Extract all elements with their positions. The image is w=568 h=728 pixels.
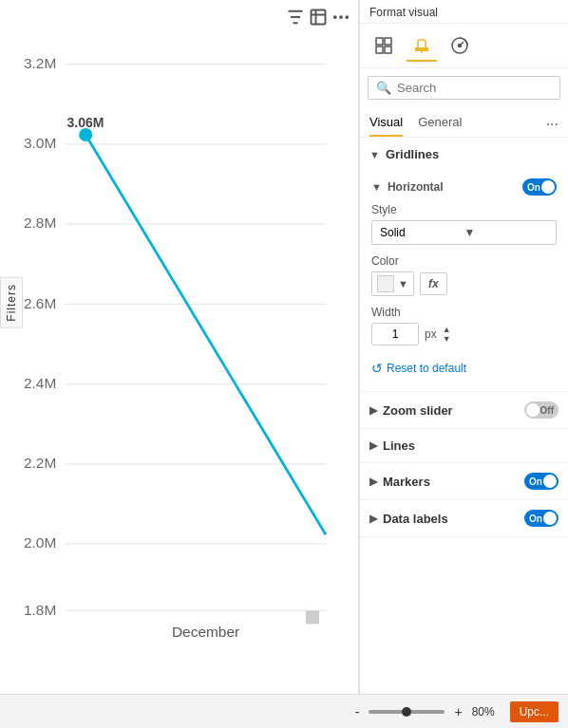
- color-swatch: [377, 275, 394, 292]
- svg-rect-27: [385, 47, 391, 53]
- zoom-thumb: [402, 707, 411, 717]
- svg-text:2.2M: 2.2M: [24, 455, 56, 471]
- format-visual-button[interactable]: [406, 29, 438, 62]
- stepper-down-icon[interactable]: ▼: [443, 335, 451, 344]
- reset-label: Reset to default: [387, 362, 466, 375]
- zoom-slider-control[interactable]: [369, 710, 445, 714]
- svg-rect-24: [376, 38, 383, 45]
- reset-to-default-button[interactable]: ↺ Reset to default: [371, 355, 557, 380]
- panel-tabs: Visual General ...: [360, 107, 568, 138]
- data-labels-label: Data labels: [383, 512, 448, 526]
- section-gridlines-header[interactable]: ▼ Gridlines: [360, 138, 568, 171]
- width-stepper[interactable]: ▲ ▼: [443, 326, 451, 344]
- chart-area: Filters 3.2M 3: [0, 0, 359, 694]
- gridlines-chevron-icon: ▼: [369, 149, 380, 160]
- zoom-slider-header[interactable]: ▶ Zoom slider Off: [360, 392, 568, 428]
- markers-toggle[interactable]: On: [524, 473, 559, 490]
- section-markers: ▶ Markers On: [360, 463, 568, 500]
- main-area: Filters 3.2M 3: [0, 0, 568, 694]
- data-view-button[interactable]: [368, 29, 400, 62]
- horizontal-toggle[interactable]: On: [522, 178, 557, 196]
- bottom-bar: - + 80% Upc...: [0, 694, 568, 728]
- style-dropdown-icon: ▼: [464, 226, 549, 239]
- svg-point-2: [339, 15, 343, 19]
- svg-rect-28: [415, 47, 428, 51]
- data-labels-chevron-icon: ▶: [369, 513, 377, 525]
- section-data-labels: ▶ Data labels On: [360, 500, 568, 537]
- search-input[interactable]: [397, 81, 557, 95]
- section-gridlines: ▼ Gridlines ▼ Horizontal On: [360, 138, 568, 392]
- width-row: px ▲ ▼: [371, 323, 557, 345]
- svg-text:2.8M: 2.8M: [24, 215, 56, 231]
- zoom-minus-button[interactable]: -: [351, 704, 364, 719]
- svg-text:3.0M: 3.0M: [24, 135, 56, 151]
- format-panel: Format visual: [359, 0, 568, 694]
- svg-text:2.6M: 2.6M: [24, 295, 56, 311]
- svg-text:3.06M: 3.06M: [67, 115, 104, 130]
- horizontal-chevron-icon: ▼: [371, 181, 382, 193]
- update-button[interactable]: Upc...: [510, 701, 559, 722]
- svg-point-3: [345, 15, 349, 19]
- svg-rect-23: [306, 610, 319, 624]
- color-row: ▼ fx: [371, 271, 557, 296]
- search-icon: 🔍: [376, 81, 391, 95]
- data-labels-toggle[interactable]: On: [524, 510, 559, 527]
- section-zoom-slider: ▶ Zoom slider Off: [360, 392, 568, 429]
- width-field-row: Width px ▲ ▼: [371, 306, 557, 345]
- search-box[interactable]: 🔍: [368, 76, 560, 100]
- markers-toggle-label: On: [529, 476, 542, 487]
- zoom-plus-button[interactable]: +: [450, 704, 465, 719]
- color-label: Color: [371, 254, 557, 268]
- color-swatch-button[interactable]: ▼: [371, 271, 414, 296]
- zoom-percent-label: 80%: [472, 705, 502, 719]
- zoom-slider-chevron-icon: ▶: [369, 404, 377, 417]
- horizontal-subsection: ▼ Horizontal On Style Solid ▼: [360, 171, 568, 391]
- svg-text:2.0M: 2.0M: [24, 534, 56, 551]
- data-labels-toggle-label: On: [529, 513, 542, 524]
- panel-icons: [360, 24, 568, 68]
- data-labels-knob: [543, 512, 557, 525]
- reset-icon: ↺: [371, 361, 383, 376]
- stepper-up-icon[interactable]: ▲: [443, 326, 451, 334]
- svg-text:December: December: [172, 624, 239, 640]
- toggle-knob: [541, 180, 555, 194]
- width-unit: px: [425, 327, 437, 341]
- svg-rect-25: [385, 38, 391, 45]
- tab-visual[interactable]: Visual: [369, 107, 403, 137]
- style-value: Solid: [380, 226, 464, 239]
- width-label: Width: [371, 306, 557, 319]
- style-select[interactable]: Solid ▼: [371, 220, 557, 245]
- gridlines-label: Gridlines: [386, 147, 439, 161]
- tab-general[interactable]: General: [418, 107, 462, 137]
- lines-chevron-icon: ▶: [369, 439, 377, 452]
- zoom-slider-toggle[interactable]: Off: [524, 401, 559, 419]
- style-field-row: Style Solid ▼: [371, 203, 557, 245]
- width-input[interactable]: [371, 323, 419, 345]
- zoom-slider-label: Zoom slider: [383, 403, 453, 418]
- markers-knob: [543, 475, 557, 488]
- style-label: Style: [371, 203, 557, 216]
- lines-header[interactable]: ▶ Lines: [360, 429, 568, 462]
- markers-header[interactable]: ▶ Markers On: [360, 463, 568, 499]
- svg-text:2.4M: 2.4M: [24, 375, 56, 391]
- panel-header: Format visual: [360, 0, 568, 24]
- svg-rect-26: [376, 47, 383, 53]
- panel-title: Format visual: [369, 6, 438, 19]
- data-labels-header[interactable]: ▶ Data labels On: [360, 500, 568, 536]
- color-field-row: Color ▼ fx: [371, 254, 557, 296]
- zoom-toggle-knob: [526, 403, 540, 417]
- analytics-button[interactable]: [444, 29, 476, 62]
- chart-svg: 3.2M 3.0M 2.8M 2.6M 2.4M 2.2M 2.0M 1.8M …: [19, 9, 339, 665]
- fx-button[interactable]: fx: [420, 272, 447, 295]
- lines-label: Lines: [383, 439, 415, 453]
- markers-label: Markers: [383, 475, 430, 489]
- svg-text:1.8M: 1.8M: [24, 602, 56, 618]
- svg-point-30: [459, 45, 462, 47]
- tab-more-button[interactable]: ...: [546, 112, 559, 133]
- color-dropdown-icon: ▼: [398, 278, 408, 289]
- zoom-controls: - + 80%: [351, 704, 502, 719]
- zoom-toggle-label: Off: [540, 405, 554, 416]
- horizontal-header[interactable]: ▼ Horizontal On: [371, 175, 557, 203]
- svg-text:3.2M: 3.2M: [24, 55, 56, 71]
- section-lines: ▶ Lines: [360, 429, 568, 463]
